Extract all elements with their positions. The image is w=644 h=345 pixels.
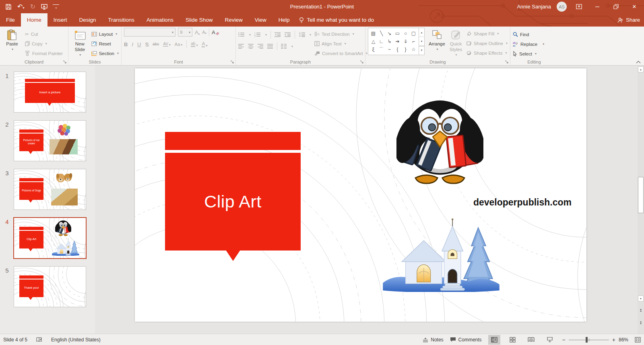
tab-animations[interactable]: Animations xyxy=(140,13,180,27)
tab-insert[interactable]: Insert xyxy=(47,13,73,27)
slide-thumbnail-1[interactable]: Insert a picture xyxy=(14,72,86,112)
fit-slide-to-window-button[interactable] xyxy=(635,337,641,343)
slide-number: 4 xyxy=(0,218,14,258)
thumb-title: Insert a picture xyxy=(26,83,74,102)
close-button[interactable]: ✕ xyxy=(628,0,641,13)
arrange-button[interactable]: Arrange▾ xyxy=(427,28,447,51)
tab-transitions[interactable]: Transitions xyxy=(102,13,141,27)
slide-indicator[interactable]: Slide 4 of 5 xyxy=(3,337,27,343)
tab-help[interactable]: Help xyxy=(272,13,296,27)
comments-toggle[interactable]: Comments xyxy=(450,337,482,343)
share-button[interactable]: Share xyxy=(617,13,640,27)
tab-review[interactable]: Review xyxy=(219,13,248,27)
scribble-shape[interactable]: ξ xyxy=(369,45,377,53)
user-name[interactable]: Annie Sanjana xyxy=(517,4,551,10)
text-box-shape[interactable]: ▤ xyxy=(369,29,377,37)
section-button[interactable]: Section▾ xyxy=(91,49,119,58)
user-avatar[interactable]: AS xyxy=(557,2,567,12)
minimize-button[interactable] xyxy=(591,0,604,13)
slide-thumbnail-3[interactable]: Pictures of Dogs xyxy=(14,169,86,209)
find-button[interactable]: Find xyxy=(513,30,544,39)
elbow-connector-shape[interactable]: ∟ xyxy=(378,37,385,45)
slide-number: 3 xyxy=(0,169,14,209)
spell-check-icon[interactable] xyxy=(36,337,42,342)
scrollbar-thumb[interactable] xyxy=(638,177,644,213)
tab-file[interactable]: File xyxy=(0,13,21,27)
tell-me-box[interactable]: Tell me what you want to do xyxy=(296,13,374,27)
share-person-icon xyxy=(617,17,623,23)
arc-shape[interactable]: ⌒ xyxy=(378,45,385,53)
slide-show-view-button[interactable] xyxy=(544,335,556,345)
undo-icon[interactable]: ↶▾ xyxy=(17,4,24,10)
reset-button[interactable]: Reset xyxy=(91,39,119,48)
clear-formatting-button[interactable]: A xyxy=(212,30,219,35)
zoom-in-button[interactable]: + xyxy=(612,337,615,343)
slide-canvas[interactable]: Clip Art developerpublish.com xyxy=(135,68,586,322)
oval-shape[interactable]: ○ xyxy=(402,29,409,37)
tab-home[interactable]: Home xyxy=(21,13,47,27)
new-slide-button[interactable]: New Slide▾ xyxy=(71,28,89,57)
customize-qat-icon[interactable]: ⌄ xyxy=(53,4,59,9)
start-from-beginning-icon[interactable] xyxy=(41,4,47,10)
slide-sorter-view-button[interactable] xyxy=(507,335,519,345)
paragraph-dialog-launcher-icon[interactable] xyxy=(360,60,364,64)
reading-view-button[interactable] xyxy=(525,335,537,345)
align-text-button: Align Text▾ xyxy=(314,39,367,48)
star-shape[interactable]: ☆ xyxy=(410,45,417,53)
replace-button[interactable]: abac Replace▾ xyxy=(513,40,544,48)
redo-icon: ↻ xyxy=(29,4,36,10)
format-painter-button: Format Painter xyxy=(25,49,63,58)
triangle-shape[interactable]: △ xyxy=(369,37,377,45)
collapse-ribbon-icon[interactable] xyxy=(636,61,641,64)
zoom-slider-thumb[interactable] xyxy=(586,337,588,343)
slide-thumbnail-5[interactable]: Thank you! xyxy=(14,267,86,307)
zoom-out-button[interactable]: − xyxy=(562,337,566,343)
winter-church-image[interactable] xyxy=(378,216,504,292)
elbow-arrow-connector-shape[interactable]: ↳ xyxy=(386,37,393,45)
scroll-down-icon[interactable]: ▾ xyxy=(638,296,644,302)
shapes-more-icon[interactable]: ▾ xyxy=(419,46,424,55)
notes-toggle[interactable]: Notes xyxy=(423,337,443,343)
rounded-rectangle-shape[interactable]: ▢ xyxy=(410,29,417,37)
caption-text[interactable]: developerpublish.com xyxy=(473,197,572,208)
paste-button[interactable]: Paste▾ xyxy=(2,28,22,51)
slide-thumbnail-4-selected[interactable]: Clip Art xyxy=(14,218,86,258)
left-brace-shape[interactable]: { xyxy=(394,45,401,53)
language-indicator[interactable]: English (United States) xyxy=(51,337,101,343)
shapes-gallery[interactable]: ▤ ╲ ↘ ▭ ○ ▢ △ ∟ ↳ ➔ ⇓ ⌐ ξ ⌒ ~ { } ☆ xyxy=(368,28,419,55)
previous-slide-button[interactable]: ▴▴ xyxy=(638,307,644,313)
shape-fill-icon xyxy=(466,31,472,36)
save-icon[interactable] xyxy=(6,4,12,10)
shapes-scroll-up-icon[interactable]: ▴ xyxy=(419,28,424,37)
title-bar-shape[interactable] xyxy=(165,132,301,150)
zoom-slider[interactable] xyxy=(569,337,609,343)
l-shape[interactable]: ⌐ xyxy=(410,37,417,45)
zoom-level[interactable]: 86% xyxy=(619,337,628,343)
slide-thumbnail-2[interactable]: Pictures of Ice cream xyxy=(14,121,86,161)
restore-button[interactable] xyxy=(609,0,622,13)
right-brace-shape[interactable]: } xyxy=(402,45,409,53)
drawing-dialog-launcher-icon[interactable] xyxy=(505,60,509,64)
line-shape[interactable]: ╲ xyxy=(378,29,385,37)
tab-view[interactable]: View xyxy=(249,13,272,27)
title-callout-shape[interactable]: Clip Art xyxy=(165,153,301,251)
ribbon-display-options-icon[interactable] xyxy=(572,0,585,13)
right-arrow-shape[interactable]: ➔ xyxy=(394,37,401,45)
down-arrow-shape[interactable]: ⇓ xyxy=(402,37,409,45)
select-button[interactable]: Select▾ xyxy=(513,49,544,58)
tab-slide-show[interactable]: Slide Show xyxy=(180,13,219,27)
layout-button[interactable]: Layout▾ xyxy=(91,30,119,38)
clipboard-dialog-launcher-icon[interactable] xyxy=(63,60,67,64)
curve-shape[interactable]: ~ xyxy=(386,45,393,53)
rectangle-shape[interactable]: ▭ xyxy=(394,29,401,37)
shapes-scroll-down-icon[interactable]: ▾ xyxy=(419,37,424,45)
vertical-scrollbar[interactable]: ▴ ▾ ▴▴ ▾▾ xyxy=(638,66,644,334)
tab-design[interactable]: Design xyxy=(73,13,102,27)
scroll-up-icon[interactable]: ▴ xyxy=(638,66,644,72)
line-arrow-shape[interactable]: ↘ xyxy=(386,29,393,37)
next-slide-button[interactable]: ▾▾ xyxy=(638,320,644,326)
normal-view-button[interactable] xyxy=(488,335,500,345)
group-clipboard: Paste▾ ✂Cut Copy▾ Format Painter Clipboa… xyxy=(0,27,68,65)
font-dialog-launcher-icon[interactable] xyxy=(231,60,234,64)
penguin-clipart-image[interactable] xyxy=(396,95,483,187)
